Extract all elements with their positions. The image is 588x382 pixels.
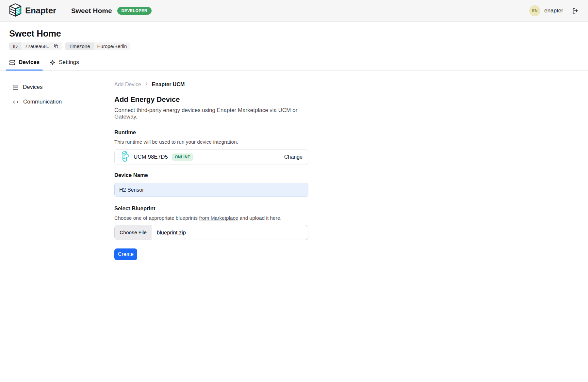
timezone-chip: Timezone Europe/Berlin [65, 42, 130, 50]
user-name: enapter [544, 8, 563, 14]
timezone-label: Timezone [65, 42, 93, 50]
sidebar-item-devices[interactable]: Devices [12, 84, 114, 90]
logout-icon[interactable] [572, 7, 579, 14]
tab-settings-label: Settings [59, 59, 79, 66]
form-subheading: Connect third-party energy devices using… [114, 107, 308, 120]
top-header: Enapter Sweet Home DEVELOPER EN enapter [0, 0, 588, 22]
form-heading: Add Energy Device [114, 95, 308, 104]
change-runtime-link[interactable]: Change [284, 154, 302, 160]
runtime-label: Runtime [114, 129, 308, 135]
copy-icon[interactable] [54, 44, 58, 49]
choose-file-button[interactable]: Choose File [115, 225, 152, 240]
brand-wordmark: Enapter [25, 6, 56, 16]
site-id-chip: ID 72a0ea68... [9, 42, 62, 50]
runtime-description: This runtime will be used to run your de… [114, 139, 308, 145]
sidebar-item-label: Devices [23, 84, 42, 90]
sidebar-item-communication[interactable]: Communication [12, 99, 114, 105]
site-meta: ID 72a0ea68... Timezone Europe/Berlin [9, 42, 579, 50]
code-brackets-icon [12, 99, 19, 105]
marketplace-link[interactable]: from Marketplace [199, 215, 238, 221]
id-value: 72a0ea68... [25, 43, 51, 49]
tab-devices-label: Devices [19, 59, 40, 66]
enapter-logo-icon [9, 3, 22, 18]
device-name-label: Device Name [114, 172, 308, 178]
page-head: Sweet Home ID 72a0ea68... Timezone Europ… [0, 22, 588, 71]
sidebar: Devices Communication [0, 71, 114, 113]
brand[interactable]: Enapter [9, 3, 56, 18]
blueprint-file-input[interactable]: Choose File blueprint.zip [114, 225, 308, 240]
ucm-module-icon [120, 151, 129, 164]
chevron-right-icon [144, 81, 149, 88]
runtime-card: UCM 98E7D5 ONLINE Change [114, 149, 308, 165]
sidebar-item-label: Communication [23, 99, 62, 105]
developer-badge: DEVELOPER [117, 7, 152, 15]
runtime-device-name: UCM 98E7D5 [134, 154, 168, 160]
devices-icon [12, 84, 19, 90]
breadcrumb-add-device[interactable]: Add Device [114, 82, 141, 88]
blueprint-description: Choose one of appropriate blueprints fro… [114, 215, 308, 221]
status-badge: ONLINE [172, 153, 193, 161]
breadcrumb: Add Device Enapter UCM [114, 81, 308, 88]
id-label: ID [9, 42, 21, 50]
devices-icon [9, 59, 15, 66]
site-tabs: Devices Settings [0, 58, 588, 71]
tab-devices[interactable]: Devices [6, 58, 43, 70]
device-name-input[interactable] [114, 183, 308, 197]
tab-settings[interactable]: Settings [46, 58, 82, 70]
add-device-form: Add Device Enapter UCM Add Energy Device… [114, 71, 308, 260]
header-site-name: Sweet Home [71, 7, 112, 15]
avatar[interactable]: EN [529, 5, 540, 16]
create-button[interactable]: Create [114, 248, 137, 260]
user-menu[interactable]: EN enapter [529, 5, 563, 16]
selected-file-name: blueprint.zip [157, 230, 186, 236]
gear-icon [49, 59, 56, 66]
select-blueprint-label: Select Blueprint [114, 205, 308, 212]
timezone-value: Europe/Berlin [97, 43, 127, 49]
breadcrumb-current: Enapter UCM [152, 82, 185, 88]
page-title: Sweet Home [9, 22, 579, 39]
